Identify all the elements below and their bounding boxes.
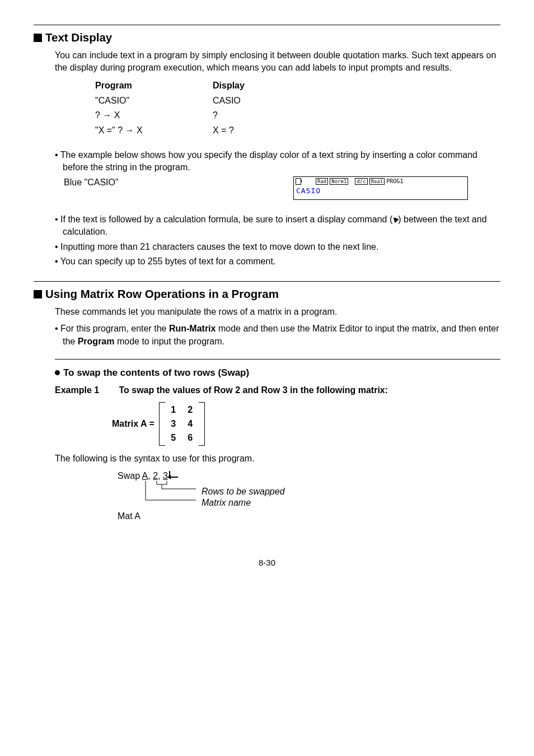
swap-subhead: To swap the contents of two rows (Swap) (55, 366, 500, 380)
section2-intro: These commands let you manipulate the ro… (55, 306, 500, 318)
section2-heading: Using Matrix Row Operations in a Program (34, 286, 500, 302)
table-header-program: Program (95, 78, 213, 93)
section1-heading: Text Display (34, 30, 500, 46)
return-icon (169, 471, 178, 478)
lcd-progname: PROG1 (386, 178, 403, 185)
lcd-chip: d/c (355, 178, 367, 185)
example1-line: Example 1 To swap the values of Row 2 an… (55, 384, 500, 396)
program-display-table: Program Display "CASIO" CASIO ? → X ? "X… (95, 78, 500, 138)
bullet-display-command: If the text is followed by a calculation… (55, 213, 500, 239)
lcd-chip: Norm1 (330, 178, 348, 185)
annotation-lines-icon (140, 481, 202, 507)
table-header-display: Display (213, 78, 297, 93)
page-number: 8-30 (34, 557, 500, 568)
bullet-21-chars: Inputting more than 21 characters causes… (55, 241, 500, 253)
battery-icon (296, 178, 301, 185)
lcd-chip: Real (369, 178, 385, 185)
mat-a-line: Mat A (118, 510, 500, 522)
display-command-icon (392, 216, 399, 223)
syntax-intro: The following is the syntax to use for t… (55, 452, 500, 465)
swap-syntax-diagram: Swap A, 2, 3 Rows to be swapped Matrix n… (118, 470, 500, 506)
color-example-bullet: The example below shows how you specify … (55, 149, 500, 174)
table-row: "CASIO" CASIO (95, 94, 500, 108)
annot-matrix: Matrix name (202, 497, 251, 509)
lcd-output: CASIO (294, 186, 467, 196)
section2-bullet: For this program, enter the Run-Matrix m… (55, 323, 500, 348)
section1-intro: You can include text in a program by sim… (55, 49, 500, 74)
lcd-screenshot: Rad Norm1 d/c Real PROG1 CASIO (293, 176, 468, 200)
matrix-a: Matrix A = 12 34 56 (112, 402, 500, 446)
bullet-255-bytes: You can specify up to 255 bytes of text … (55, 255, 500, 268)
table-row: "X =" ? → X X = ? (95, 123, 500, 138)
table-row: ? → X ? (95, 108, 500, 123)
lcd-chip: Rad (316, 178, 328, 185)
blue-casio-label: Blue "CASIO" (64, 176, 293, 189)
